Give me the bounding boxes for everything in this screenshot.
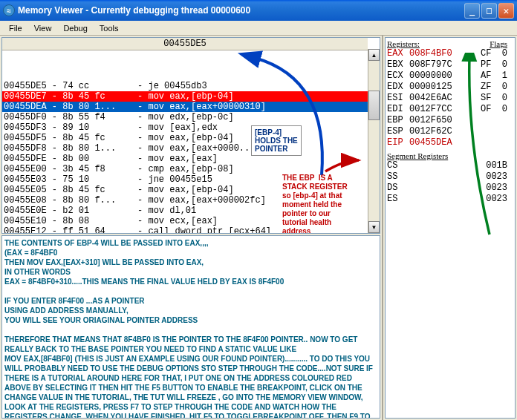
register-row[interactable]: EAX 008F4BF0CF0: [387, 48, 513, 59]
register-row[interactable]: ESP 0012F62C: [387, 126, 513, 137]
register-row[interactable]: ESI 0042E6ACSF0: [387, 93, 513, 104]
register-row[interactable]: EIP 00455DEA: [387, 137, 513, 148]
disasm-row[interactable]: 00455DEA - 8b 80 1... - mov eax,[eax+000…: [2, 102, 368, 112]
maximize-button[interactable]: □: [481, 3, 497, 19]
menu-file[interactable]: File: [3, 22, 28, 34]
disasm-row[interactable]: 00455DF0 - 8b 55 f4 - mov edx,[ebp-0c]: [2, 112, 368, 122]
notes-area[interactable]: THE CONTENTS OF EBP-4 WILL BE PASSED INT…: [1, 235, 380, 419]
ebp-explanation-text: THE EBP IS ASTACK REGISTERso [ebp-4] at …: [282, 174, 348, 233]
disasm-row[interactable]: 00455DFE - 8b 00 - mov eax,[eax]: [2, 154, 368, 164]
window-title: Memory Viewer - Currently debugging thre…: [18, 5, 464, 16]
scroll-thumb[interactable]: [368, 91, 380, 120]
menu-debug[interactable]: Debug: [57, 22, 93, 34]
register-row[interactable]: EDX 00000125ZF0: [387, 82, 513, 93]
scroll-up-button[interactable]: ▲: [368, 49, 380, 61]
app-icon: ≈: [3, 4, 15, 16]
segment-register-row[interactable]: SS 0023: [387, 171, 513, 183]
disasm-row[interactable]: 00455DF5 - 8b 45 fc - mov eax,[ebp-04]: [2, 133, 368, 143]
titlebar: ≈ Memory Viewer - Currently debugging th…: [0, 0, 517, 21]
disasm-lines[interactable]: 00455DE5 - 74 cc - je 00455db300455DE7 -…: [2, 38, 368, 233]
disasm-scrollbar[interactable]: ▲ ▼: [368, 49, 380, 233]
registers-heading: Registers:: [387, 39, 420, 48]
register-row[interactable]: EBP 0012F650: [387, 115, 513, 126]
disasm-row[interactable]: 00455DF3 - 89 10 - mov [eax],edx: [2, 122, 368, 133]
segment-register-row[interactable]: DS 0023: [387, 183, 513, 194]
segment-register-row[interactable]: CS 001B: [387, 160, 513, 171]
menubar: File View Debug Tools: [0, 21, 517, 36]
disassembly-panel: 00455DE5 00455DE5 - 74 cc - je 00455db30…: [1, 37, 380, 234]
flags-heading: Flags: [490, 39, 507, 48]
scroll-down-button[interactable]: ▼: [368, 221, 380, 233]
registers-panel: Registers: Flags EAX 008F4BF0CF0EBX 008F…: [385, 37, 516, 419]
left-pane: 00455DE5 00455DE5 - 74 cc - je 00455db30…: [0, 36, 383, 420]
close-button[interactable]: ✕: [498, 3, 514, 19]
ebp-hint-box: [EBP-4]HOLDS THEPOINTER: [251, 125, 302, 156]
disasm-row[interactable]: 00455DE5 - 74 cc - je 00455db3: [2, 81, 368, 91]
menu-view[interactable]: View: [28, 22, 58, 34]
disasm-row[interactable]: 00455DE7 - 8b 45 fc - mov eax,[ebp-04]: [2, 91, 368, 102]
menu-tools[interactable]: Tools: [94, 22, 125, 34]
register-row[interactable]: EBX 008F797CPF0: [387, 59, 513, 70]
disasm-row[interactable]: 00455DF8 - 8b 80 1... - mov eax,[eax+000…: [2, 143, 368, 154]
segment-registers-heading: Segment Registers: [387, 151, 513, 160]
minimize-button[interactable]: _: [464, 3, 480, 19]
segment-register-row[interactable]: ES 0023: [387, 194, 513, 205]
register-row[interactable]: EDI 0012F7CCOF0: [387, 104, 513, 115]
disasm-row[interactable]: 00455E00 - 3b 45 f8 - cmp eax,[ebp-08]: [2, 164, 368, 174]
register-row[interactable]: ECX 00000000AF1: [387, 70, 513, 82]
